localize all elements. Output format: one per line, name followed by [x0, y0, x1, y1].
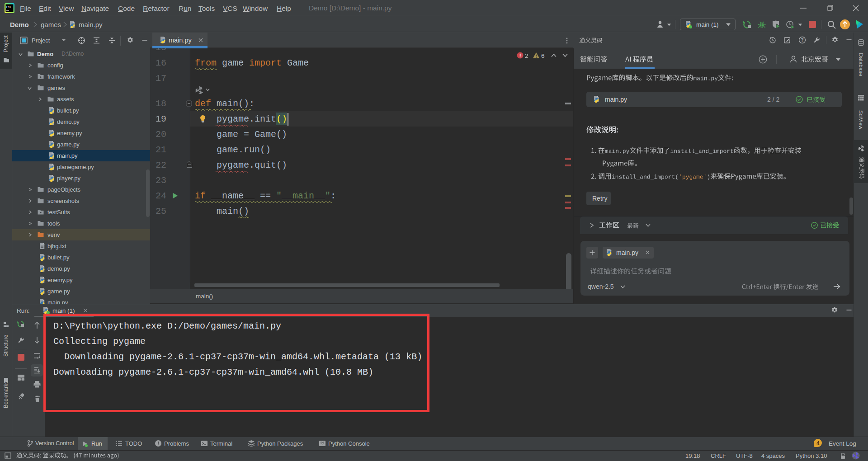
svg-text:?: ?	[801, 38, 804, 42]
svg-text:PC: PC	[6, 5, 11, 9]
